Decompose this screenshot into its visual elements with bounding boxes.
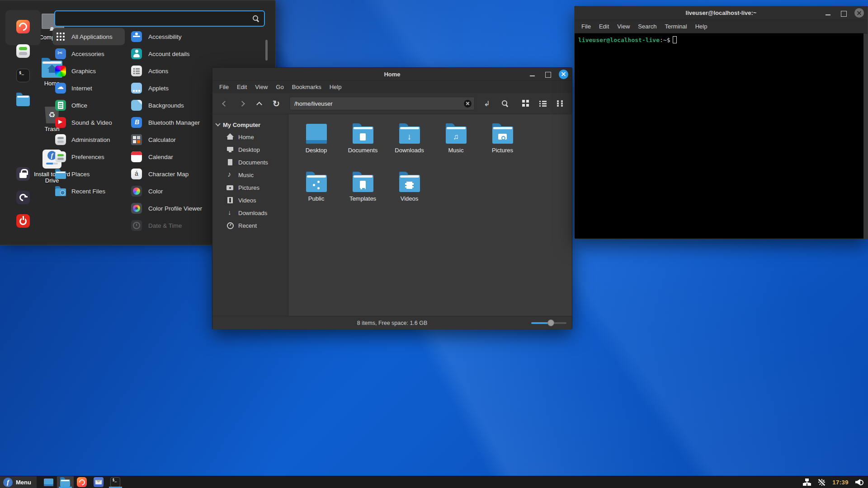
search-button[interactable] [498,97,512,110]
app-calendar[interactable]: Calendar [131,148,267,165]
app-color[interactable]: Color [131,183,267,200]
taskbar-file-manager[interactable] [57,476,74,488]
menu-help[interactable]: Help [691,20,712,33]
search-icon [252,15,259,22]
folder-videos[interactable]: Videos [386,171,433,202]
menu-button[interactable]: Menu [0,476,37,488]
file-manager-content[interactable]: DesktopDocumentsDownloadsMusicPicturesPu… [288,114,572,316]
actions-icon [131,66,142,76]
app-account-details[interactable]: Account details [131,45,267,62]
settings-icon[interactable] [16,44,30,58]
menu-view[interactable]: View [613,20,634,33]
terminal-window: liveuser@localhost-live:~ FileEditViewSe… [574,6,868,239]
maximize-button[interactable] [839,9,848,18]
app-calculator[interactable]: Calculator [131,131,267,148]
close-button[interactable] [559,70,568,79]
app-label: Bluetooth Manager [148,119,200,126]
category-label: Places [71,171,90,178]
search-input[interactable] [54,10,265,27]
templates-glyph [353,178,373,192]
category-internet[interactable]: Internet [52,80,98,97]
menu-search[interactable]: Search [634,20,660,33]
folder-templates[interactable]: Templates [340,171,386,202]
category-office[interactable]: Office [52,97,93,114]
shutdown-icon[interactable] [16,214,30,228]
app-applets[interactable]: Applets [131,80,267,97]
logout-icon[interactable] [16,191,30,204]
menu-terminal[interactable]: Terminal [661,20,691,33]
app-label: Date & Time [148,222,182,229]
menu-file[interactable]: File [577,20,595,33]
date-time-icon [131,220,142,231]
pictures-glyph [492,130,513,144]
taskbar-firefox[interactable] [74,476,90,488]
folder-downloads[interactable]: Downloads [386,122,433,154]
category-recent-files[interactable]: Recent Files [52,183,111,200]
terminal-scrollbar[interactable] [863,33,868,239]
calendar-icon [131,151,142,162]
category-administration[interactable]: Administration [52,131,116,148]
clear-path-button[interactable] [464,100,472,108]
menu-go[interactable]: Go [272,81,288,93]
category-places[interactable]: Places [52,165,95,183]
taskbar-show-desktop[interactable] [40,476,57,488]
videos-folder-icon [399,175,420,192]
terminal-content[interactable]: liveuser@localhost-live:~$ [575,33,868,239]
refresh-button[interactable]: ↻ [269,97,283,110]
category-label: Accessories [71,51,104,57]
folder-label: Downloads [395,147,424,154]
taskbar-terminal[interactable] [107,476,124,488]
category-label: Sound & Video [71,119,112,126]
folder-documents[interactable]: Documents [340,122,386,154]
app-label: Backgrounds [148,102,184,109]
category-graphics[interactable]: Graphics [52,62,101,80]
volume-icon[interactable] [855,479,863,485]
app-bluetooth[interactable]: Bluetooth Manager [131,114,267,131]
toggle-location-entry-button[interactable]: ↲ [480,97,494,110]
category-sound-video[interactable]: Sound & Video [52,114,118,131]
firefox-icon[interactable] [16,20,30,33]
menu-bookmarks[interactable]: Bookmarks [288,81,326,93]
terminal-titlebar[interactable]: liveuser@localhost-live:~ [575,6,868,20]
app-accessibility[interactable]: Accessibility [131,28,267,45]
close-button[interactable] [854,8,864,18]
files-icon[interactable] [16,95,30,106]
notifications-icon[interactable] [818,479,826,486]
folder-public[interactable]: Public [293,171,340,202]
path-input[interactable] [289,97,475,110]
grid-view-icon [522,100,529,107]
folder-music[interactable]: Music [433,122,479,154]
app-color-profile-viewer[interactable]: Color Profile Viewer [131,200,267,217]
clock[interactable]: 17:39 [832,479,849,486]
fedora-logo-icon [3,478,13,487]
app-date-time[interactable]: Date & Time [131,217,267,234]
category-preferences[interactable]: Preferences [52,148,110,165]
color-icon [131,186,142,197]
menu-edit[interactable]: Edit [595,20,613,33]
list-view-button[interactable] [535,97,551,110]
category-all-applications[interactable]: All Applications [52,28,125,45]
app-actions[interactable]: Actions [131,62,267,80]
app-label: Character Map [148,171,189,178]
lock-icon[interactable] [16,167,30,181]
network-icon[interactable] [803,479,811,486]
taskbar: Menu 17:39 [0,476,868,488]
location-entry-icon: ↲ [484,99,490,108]
zoom-slider[interactable] [531,322,566,324]
zoom-slider-handle[interactable] [547,319,554,326]
compact-view-button[interactable] [552,97,568,110]
menu-help[interactable]: Help [326,81,346,93]
folder-pictures[interactable]: Pictures [479,122,526,154]
minimize-button[interactable] [824,9,833,18]
maximize-button[interactable] [543,70,552,79]
taskbar-mail[interactable] [90,476,107,488]
menu-scrollbar-thumb[interactable] [265,40,268,61]
folder-desktop[interactable]: Desktop [293,122,340,154]
app-backgrounds[interactable]: Backgrounds [131,97,267,114]
minimize-button[interactable] [528,70,537,79]
terminal-icon[interactable] [16,69,30,82]
icon-view-button[interactable] [518,97,533,110]
category-accessories[interactable]: Accessories [52,45,110,62]
internet-icon [55,83,66,94]
app-charmap[interactable]: Character Map [131,165,267,183]
